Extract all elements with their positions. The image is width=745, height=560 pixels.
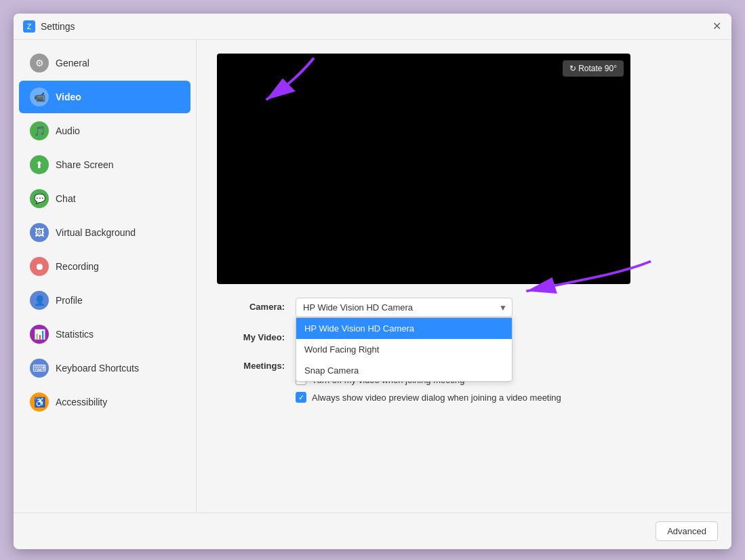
sidebar-item-video[interactable]: 📹Video — [19, 81, 190, 113]
general-icon: ⚙ — [30, 54, 49, 73]
camera-row: Camera: HP Wide Vision HD Camera World F… — [217, 298, 711, 317]
sidebar-label-accessibility: Accessibility — [56, 397, 107, 407]
title-bar: Z Settings ✕ — [14, 14, 731, 40]
window-title: Settings — [41, 21, 711, 32]
advanced-button[interactable]: Advanced — [656, 521, 718, 541]
sidebar-item-audio[interactable]: 🎵Audio — [19, 115, 190, 147]
accessibility-icon: ♿ — [30, 393, 49, 412]
show-preview-row: Always show video preview dialog when jo… — [296, 392, 561, 403]
camera-label: Camera: — [217, 298, 285, 312]
profile-icon: 👤 — [30, 291, 49, 310]
svg-text:Z: Z — [27, 22, 32, 31]
video-icon: 📹 — [30, 87, 49, 106]
sidebar-label-chat: Chat — [56, 193, 76, 204]
sidebar-label-profile: Profile — [56, 295, 83, 306]
sidebar-label-video: Video — [56, 92, 81, 102]
dropdown-option[interactable]: HP Wide Vision HD Camera — [296, 318, 512, 339]
sidebar-item-general[interactable]: ⚙General — [19, 47, 190, 79]
sidebar-label-statistics: Statistics — [56, 329, 94, 340]
camera-preview: ↻ Rotate 90° — [217, 54, 630, 284]
keyboard-shortcuts-icon: ⌨ — [30, 359, 49, 378]
virtual-background-icon: 🖼 — [30, 223, 49, 242]
bottom-bar: Advanced — [14, 513, 731, 549]
app-icon: Z — [23, 20, 35, 33]
window-content: ⚙General📹Video🎵Audio⬆Share Screen💬Chat🖼V… — [14, 40, 731, 513]
camera-dropdown-menu: HP Wide Vision HD CameraWorld Facing Rig… — [296, 317, 512, 382]
sidebar-item-profile[interactable]: 👤Profile — [19, 284, 190, 317]
sidebar-label-share-screen: Share Screen — [56, 159, 114, 170]
recording-icon: ⏺ — [30, 257, 49, 276]
sidebar-label-virtual-background: Virtual Background — [56, 227, 136, 238]
my-video-label: My Video: — [217, 328, 285, 342]
share-screen-icon: ⬆ — [30, 155, 49, 174]
sidebar-label-keyboard-shortcuts: Keyboard Shortcuts — [56, 363, 139, 374]
close-button[interactable]: ✕ — [711, 21, 722, 32]
sidebar: ⚙General📹Video🎵Audio⬆Share Screen💬Chat🖼V… — [14, 40, 197, 513]
statistics-icon: 📊 — [30, 325, 49, 344]
sidebar-item-keyboard-shortcuts[interactable]: ⌨Keyboard Shortcuts — [19, 352, 190, 384]
sidebar-label-audio: Audio — [56, 125, 80, 136]
sidebar-item-statistics[interactable]: 📊Statistics — [19, 318, 190, 351]
chat-icon: 💬 — [30, 189, 49, 208]
sidebar-label-general: General — [56, 58, 89, 68]
sidebar-item-chat[interactable]: 💬Chat — [19, 182, 190, 215]
show-preview-checkbox[interactable] — [296, 392, 306, 403]
dropdown-option[interactable]: Snap Camera — [296, 360, 512, 381]
settings-window: Z Settings ✕ ⚙General📹Video🎵Audio⬆Share … — [14, 14, 731, 549]
sidebar-item-recording[interactable]: ⏺Recording — [19, 250, 190, 283]
camera-select-wrapper: HP Wide Vision HD Camera World Facing Ri… — [296, 298, 512, 317]
main-content: ↻ Rotate 90° Camera: HP Wide Vision HD C… — [197, 40, 731, 513]
rotate-button[interactable]: ↻ Rotate 90° — [563, 60, 624, 77]
show-preview-label: Always show video preview dialog when jo… — [312, 393, 561, 403]
sidebar-item-virtual-background[interactable]: 🖼Virtual Background — [19, 216, 190, 249]
sidebar-item-accessibility[interactable]: ♿Accessibility — [19, 386, 190, 418]
audio-icon: 🎵 — [30, 121, 49, 140]
sidebar-item-share-screen[interactable]: ⬆Share Screen — [19, 148, 190, 181]
camera-select[interactable]: HP Wide Vision HD Camera World Facing Ri… — [296, 298, 512, 317]
dropdown-option[interactable]: World Facing Right — [296, 339, 512, 360]
sidebar-label-recording: Recording — [56, 261, 99, 272]
meetings-label: Meetings: — [217, 357, 285, 371]
